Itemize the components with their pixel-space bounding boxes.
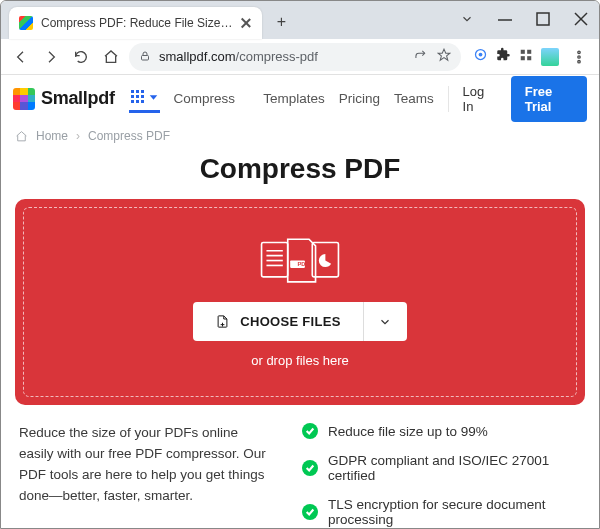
svg-rect-8 [521, 49, 525, 53]
lock-icon [139, 48, 151, 66]
browser-tab[interactable]: Compress PDF: Reduce File Size… [9, 7, 262, 39]
svg-rect-16 [262, 243, 288, 277]
nav-compress[interactable]: Compress [174, 91, 236, 106]
svg-point-14 [578, 60, 580, 62]
breadcrumb: Home › Compress PDF [1, 123, 599, 147]
svg-text:PDF: PDF [298, 261, 310, 267]
bullet-text: Reduce file size up to 99% [328, 424, 488, 439]
grid-icon [131, 90, 145, 104]
site-header: Smallpdf Compress Templates Pricing Team… [1, 75, 599, 123]
maximize-button[interactable] [531, 7, 555, 31]
puzzle-icon[interactable] [496, 47, 511, 66]
url-host: smallpdf.com [159, 49, 236, 64]
drop-hint: or drop files here [251, 353, 349, 368]
window-controls [455, 7, 593, 31]
brand-name: Smallpdf [41, 88, 115, 109]
svg-rect-1 [537, 13, 549, 25]
svg-point-12 [578, 51, 580, 53]
files-illustration-icon: PDF [255, 236, 345, 290]
svg-rect-11 [527, 56, 531, 60]
tools-menu-button[interactable] [129, 84, 160, 113]
extension-area [473, 45, 591, 69]
choose-files-dropdown[interactable] [363, 302, 407, 341]
svg-point-7 [479, 53, 483, 57]
browser-toolbar: smallpdf.com/compress-pdf [1, 39, 599, 75]
extension-icon[interactable] [473, 47, 488, 66]
crumb-home[interactable]: Home [36, 129, 68, 143]
check-icon [302, 460, 318, 476]
tab-title: Compress PDF: Reduce File Size… [41, 16, 232, 30]
svg-rect-10 [521, 56, 525, 60]
home-icon [15, 130, 28, 143]
check-icon [302, 504, 318, 520]
profile-avatar[interactable] [541, 48, 559, 66]
svg-rect-9 [527, 49, 531, 53]
chevron-right-icon: › [76, 129, 80, 143]
bullet-text: TLS encryption for secure document proce… [328, 497, 581, 527]
logo[interactable]: Smallpdf [13, 88, 115, 110]
bullet-text: GDPR compliant and ISO/IEC 27001 certifi… [328, 453, 581, 483]
minimize-button[interactable] [493, 7, 517, 31]
nav-pricing[interactable]: Pricing [339, 91, 380, 106]
close-tab-icon[interactable] [240, 17, 252, 29]
svg-rect-4 [142, 55, 149, 60]
list-item: GDPR compliant and ISO/IEC 27001 certifi… [302, 453, 581, 483]
nav-templates[interactable]: Templates [263, 91, 325, 106]
upload-dropzone[interactable]: PDF CHOOSE FILES or drop files here [15, 199, 585, 405]
description-text: Reduce the size of your PDFs online easi… [19, 423, 272, 527]
chevron-down-icon [378, 315, 392, 329]
url-path: /compress-pdf [236, 49, 318, 64]
apps-icon[interactable] [519, 48, 533, 66]
logo-mark-icon [13, 88, 35, 110]
free-trial-button[interactable]: Free Trial [511, 76, 587, 122]
divider [448, 86, 449, 112]
svg-point-13 [578, 55, 580, 57]
list-item: TLS encryption for secure document proce… [302, 497, 581, 527]
reload-button[interactable] [69, 45, 93, 69]
share-icon[interactable] [413, 48, 427, 66]
feature-list: Reduce file size up to 99% GDPR complian… [302, 423, 581, 527]
new-tab-button[interactable]: + [268, 9, 294, 35]
list-item: Reduce file size up to 99% [302, 423, 581, 439]
bookmark-icon[interactable] [437, 48, 451, 66]
page-title: Compress PDF [1, 153, 599, 185]
back-button[interactable] [9, 45, 33, 69]
close-window-button[interactable] [569, 7, 593, 31]
crumb-current: Compress PDF [88, 129, 170, 143]
choose-files-button[interactable]: CHOOSE FILES [193, 302, 362, 341]
choose-files-label: CHOOSE FILES [240, 314, 340, 329]
check-icon [302, 423, 318, 439]
kebab-menu-icon[interactable] [567, 45, 591, 69]
home-button[interactable] [99, 45, 123, 69]
svg-marker-5 [438, 49, 450, 60]
svg-marker-15 [149, 95, 157, 100]
feature-section: Reduce the size of your PDFs online easi… [1, 405, 599, 527]
url-text: smallpdf.com/compress-pdf [159, 49, 318, 64]
nav-teams[interactable]: Teams [394, 91, 434, 106]
chevron-down-icon [149, 93, 158, 102]
file-icon [215, 314, 230, 329]
tab-search-button[interactable] [455, 7, 479, 31]
favicon-icon [19, 16, 33, 30]
login-link[interactable]: Log In [463, 84, 493, 114]
forward-button[interactable] [39, 45, 63, 69]
address-bar[interactable]: smallpdf.com/compress-pdf [129, 43, 461, 71]
window-titlebar: Compress PDF: Reduce File Size… + [1, 1, 599, 39]
